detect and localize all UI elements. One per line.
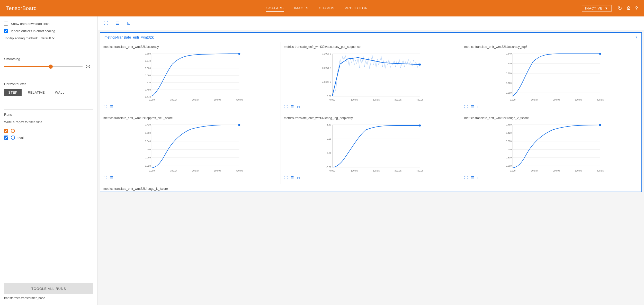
svg-text:300.0k: 300.0k (214, 98, 221, 101)
group-title-input[interactable] (104, 35, 632, 39)
svg-text:0.000: 0.000 (329, 98, 335, 101)
svg-text:0.000: 0.000 (510, 169, 516, 172)
svg-text:0.420: 0.420 (145, 123, 151, 126)
chart-rouge2: metrics-translate_enfr_wmt32k/rouge_2_fs… (461, 113, 641, 184)
data-chart-top5[interactable]: ☰ (471, 105, 474, 109)
svg-text:100.0k: 100.0k (531, 98, 538, 101)
chart-bleu: metrics-translate_enfr_wmt32k/approx_ble… (100, 113, 281, 184)
svg-text:100.0k: 100.0k (351, 98, 358, 101)
fit-chart-accuracy[interactable]: ⊡ (117, 105, 120, 109)
main-content: ⛶ ☰ ⊡ 7 metrics-translate_enfr_wmt32k/ac… (98, 16, 644, 305)
chart-rouge2-controls: ⛶ ☰ ⊡ (464, 174, 638, 181)
run-dot-checkbox[interactable] (4, 129, 8, 133)
list-icon[interactable]: ☰ (113, 19, 121, 27)
brand-title: TensorBoard (6, 5, 37, 11)
show-download-label: Show data download links (11, 22, 49, 26)
group-header: 7 (100, 33, 641, 42)
haxis-wall-button[interactable]: WALL (51, 89, 69, 96)
fit-chart-aps[interactable]: ⊡ (297, 105, 300, 109)
svg-text:0.760: 0.760 (506, 72, 512, 75)
expand-chart-perp[interactable]: ⛶ (284, 176, 288, 180)
show-download-row: Show data download links (4, 22, 93, 26)
nav-scalars[interactable]: SCALARS (266, 5, 284, 12)
smoothing-value: 0.6 (86, 65, 93, 68)
group-count: 7 (635, 35, 637, 39)
settings-button[interactable]: ⚙ (626, 5, 631, 11)
run-item-eval: eval (4, 136, 93, 140)
expand-chart-accuracy[interactable]: ⛶ (103, 105, 107, 109)
topnav: TensorBoard SCALARS IMAGES GRAPHS PROJEC… (0, 0, 644, 16)
run-dot-circle (11, 129, 15, 133)
svg-text:100.0k: 100.0k (531, 169, 538, 172)
show-download-checkbox[interactable] (4, 22, 8, 26)
refresh-button[interactable]: ↻ (618, 5, 622, 11)
fit-icon[interactable]: ⊡ (124, 19, 133, 27)
svg-text:100.0k: 100.0k (170, 98, 177, 101)
chart-rouge2-area: 0.460 0.420 0.380 0.340 0.300 0.260 0.00… (464, 122, 638, 174)
runs-filter-input[interactable] (4, 119, 93, 125)
haxis-relative-button[interactable]: RELATIVE (24, 89, 49, 96)
expand-chart-bleu[interactable]: ⛶ (103, 176, 107, 180)
svg-text:100.0k: 100.0k (170, 169, 177, 172)
chart-top5-controls: ⛶ ☰ ⊡ (464, 103, 638, 110)
chart-aps-area: 1.200e-3 8.000e-4 4.000e-4 0.00 0.000 10… (284, 51, 458, 103)
svg-text:400.0k: 400.0k (597, 169, 604, 172)
svg-text:0.000: 0.000 (149, 98, 155, 101)
svg-text:1.200e-3: 1.200e-3 (322, 52, 331, 55)
svg-text:0.640: 0.640 (145, 60, 151, 62)
expand-chart-rouge2[interactable]: ⛶ (464, 176, 468, 180)
chart-accuracy-per-sequence: metrics-translate_enfr_wmt32k/accuracy_p… (281, 42, 461, 113)
data-chart-bleu[interactable]: ☰ (110, 176, 113, 180)
run-eval-checkbox[interactable] (4, 136, 8, 140)
data-chart-aps[interactable]: ☰ (291, 105, 294, 109)
svg-text:-3.00: -3.00 (326, 166, 331, 168)
chart-aps-title: metrics-translate_enfr_wmt32k/accuracy_p… (284, 45, 458, 49)
tooltip-label: Tooltip sorting method: (4, 36, 38, 40)
fit-chart-perp[interactable]: ⊡ (297, 176, 300, 180)
svg-text:0.440: 0.440 (145, 96, 151, 98)
nav-images[interactable]: IMAGES (294, 5, 309, 12)
run-eval-label: eval (17, 136, 24, 140)
chart-rouge-l-partial-title: metrics-translate_enfr_wmt32k/rouge_L_fs… (100, 184, 641, 192)
inactive-dropdown[interactable]: INACTIVE ▼ (582, 5, 612, 12)
settings-section: Show data download links Ignore outliers… (4, 22, 93, 46)
svg-point-36 (419, 64, 421, 66)
expand-chart-top5[interactable]: ⛶ (464, 105, 468, 109)
nav-graphs[interactable]: GRAPHS (319, 5, 335, 12)
expand-chart-aps[interactable]: ⛶ (284, 105, 288, 109)
nav-projector[interactable]: PROJECTOR (345, 5, 368, 12)
help-button[interactable]: ? (635, 5, 638, 11)
accuracy-endpoint (238, 53, 240, 55)
toggle-all-runs-button[interactable]: TOGGLE ALL RUNS (4, 283, 93, 294)
tooltip-select[interactable]: default (40, 36, 55, 40)
smoothing-slider[interactable] (4, 66, 83, 67)
svg-text:200.0k: 200.0k (192, 98, 199, 101)
chart-perplexity: metrics-translate_enfr_wmt32k/neg_log_pe… (281, 113, 461, 184)
fit-chart-top5[interactable]: ⊡ (477, 105, 480, 109)
haxis-step-button[interactable]: STEP (4, 89, 22, 96)
fit-chart-bleu[interactable]: ⊡ (117, 176, 120, 180)
chart-accuracy: metrics-translate_enfr_wmt32k/accuracy (100, 42, 281, 113)
chart-accuracy-area: 0.680 0.640 0.600 0.560 0.520 0.480 0.44… (103, 51, 278, 103)
chart-top5-svg: 0.840 0.800 0.760 0.720 0.680 0.000 100.… (464, 51, 638, 103)
svg-text:0.480: 0.480 (145, 88, 151, 91)
svg-text:0.800: 0.800 (506, 62, 512, 65)
data-chart-perp[interactable]: ☰ (291, 176, 294, 180)
svg-text:300.0k: 300.0k (575, 98, 582, 101)
expand-icon[interactable]: ⛶ (102, 19, 110, 27)
svg-text:8.000e-4: 8.000e-4 (322, 67, 331, 69)
group-card: 7 metrics-translate_enfr_wmt32k/accuracy (100, 32, 642, 192)
chart-perp-svg: -1.80 -2.20 -2.60 -3.00 0.000 100.0k 200… (284, 122, 458, 174)
svg-text:200.0k: 200.0k (192, 169, 199, 172)
svg-text:400.0k: 400.0k (597, 98, 604, 101)
svg-point-91 (419, 124, 421, 127)
divider-3 (4, 109, 93, 110)
noisy-smooth-line (332, 58, 420, 96)
ignore-outliers-checkbox[interactable] (4, 29, 8, 33)
svg-text:400.0k: 400.0k (416, 169, 423, 172)
svg-text:-2.60: -2.60 (326, 152, 331, 154)
data-chart-rouge2[interactable]: ☰ (471, 176, 474, 180)
fit-chart-rouge2[interactable]: ⊡ (477, 176, 480, 180)
svg-text:200.0k: 200.0k (553, 169, 560, 172)
data-chart-accuracy[interactable]: ☰ (110, 105, 113, 109)
